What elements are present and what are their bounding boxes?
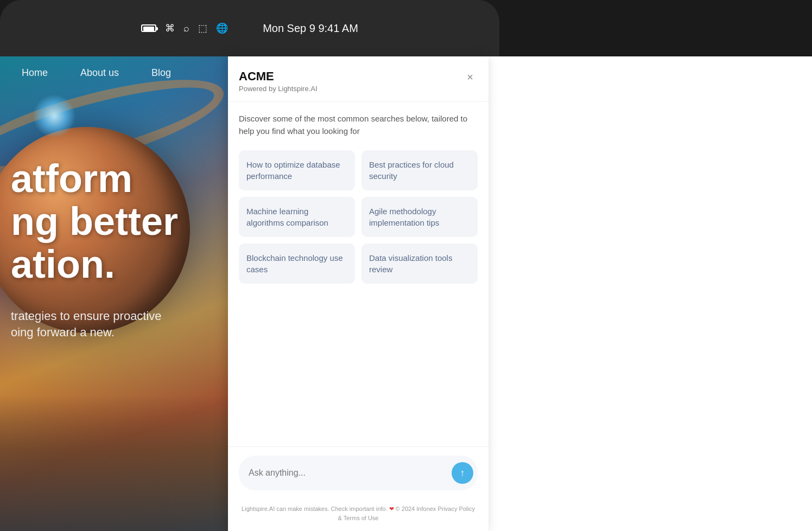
globe-icon: 🌐 (216, 22, 228, 34)
chat-subtitle: Powered by Lightspire.AI (239, 85, 318, 93)
cast-icon: ⬚ (198, 22, 207, 34)
website-nav: Home About us Blog (0, 56, 228, 89)
chat-title: ACME (239, 69, 318, 84)
nav-item-home[interactable]: Home (22, 67, 48, 79)
suggestion-card-5[interactable]: Blockchain technology use cases (239, 244, 355, 284)
device-frame: ⌘ ⌕ ⬚ 🌐 Mon Sep 9 9:41 AM Home About us … (0, 0, 499, 531)
glow-orb (33, 94, 76, 138)
battery-icon (141, 24, 156, 32)
hero-title: atformng betteration. (11, 157, 217, 286)
landscape-decoration (0, 395, 228, 531)
nav-item-about[interactable]: About us (80, 67, 119, 79)
chat-input-area: ↑ (228, 446, 489, 499)
right-space (489, 56, 812, 531)
chat-header-info: ACME Powered by Lightspire.AI (239, 69, 318, 93)
suggestion-card-3[interactable]: Machine learning algorithms comparison (239, 197, 355, 237)
search-icon: ⌕ (183, 23, 189, 34)
chat-footer: Lightspire.AI can make mistakes. Check i… (228, 499, 489, 531)
chat-description: Discover some of the most common searche… (228, 102, 489, 142)
suggestions-grid: How to optimize database performance Bes… (228, 142, 489, 292)
status-time: Mon Sep 9 9:41 AM (263, 22, 358, 35)
send-button[interactable]: ↑ (452, 462, 473, 484)
chat-panel: ACME Powered by Lightspire.AI × Discover… (228, 56, 489, 531)
suggestion-card-4[interactable]: Agile methodology implementation tips (361, 197, 478, 237)
status-bar: ⌘ ⌕ ⬚ 🌐 Mon Sep 9 9:41 AM (0, 0, 499, 56)
hero-section: atformng betteration. trategies to ensur… (0, 157, 228, 341)
suggestion-card-6[interactable]: Data visualization tools review (361, 244, 478, 284)
hero-subtitle: trategies to ensure proactiveoing forwar… (11, 308, 217, 342)
nav-item-blog[interactable]: Blog (151, 67, 171, 79)
chat-input[interactable] (249, 468, 447, 478)
suggestion-card-1[interactable]: How to optimize database performance (239, 150, 355, 190)
close-button[interactable]: × (462, 69, 478, 85)
chat-header: ACME Powered by Lightspire.AI × (228, 56, 489, 102)
heart-icon: ❤ (389, 506, 394, 512)
chat-input-wrapper: ↑ (239, 456, 478, 490)
wifi-icon: ⌘ (165, 22, 175, 34)
status-icons: ⌘ ⌕ ⬚ 🌐 (141, 22, 228, 34)
suggestion-card-2[interactable]: Best practices for cloud security (361, 150, 478, 190)
